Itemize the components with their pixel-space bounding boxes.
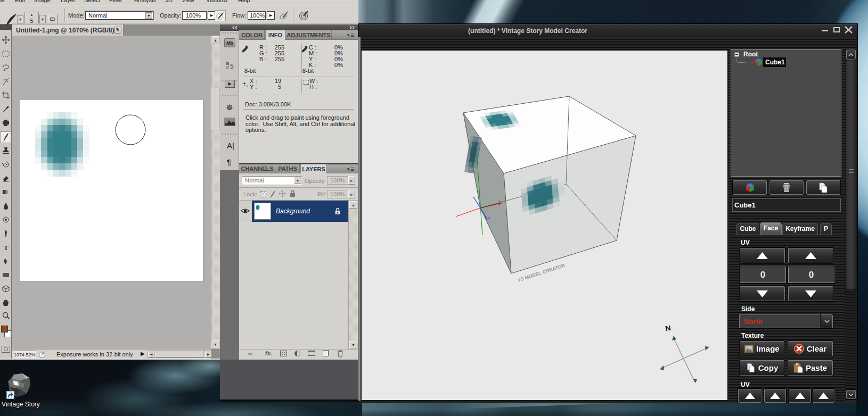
svg-text:5: 5 [230,63,234,70]
svg-text:N: N [665,323,672,333]
